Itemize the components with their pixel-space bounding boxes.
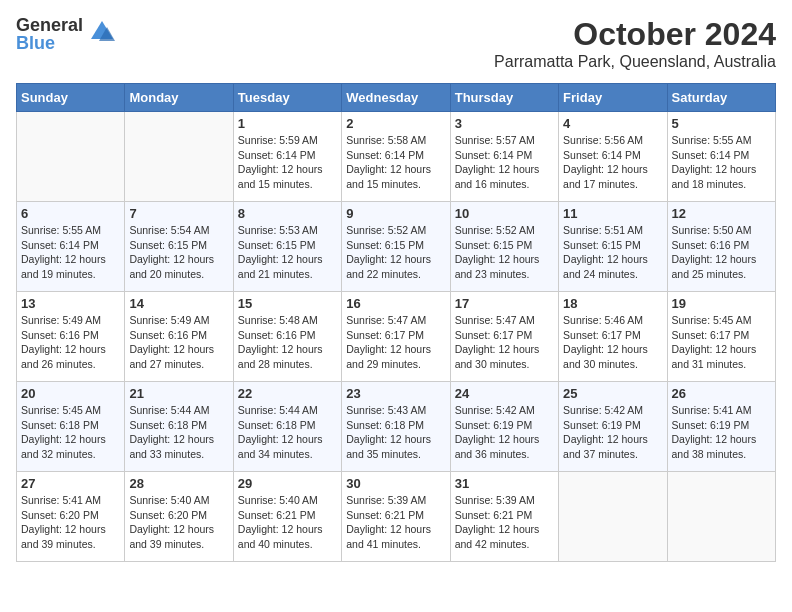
- day-info: Sunrise: 5:44 AM Sunset: 6:18 PM Dayligh…: [129, 403, 228, 462]
- logo: General Blue: [16, 16, 115, 52]
- day-info: Sunrise: 5:59 AM Sunset: 6:14 PM Dayligh…: [238, 133, 337, 192]
- weekday-header: Friday: [559, 84, 667, 112]
- page-subtitle: Parramatta Park, Queensland, Australia: [494, 53, 776, 71]
- day-number: 17: [455, 296, 554, 311]
- calendar-week-row: 13Sunrise: 5:49 AM Sunset: 6:16 PM Dayli…: [17, 292, 776, 382]
- day-number: 21: [129, 386, 228, 401]
- day-number: 29: [238, 476, 337, 491]
- calendar-week-row: 20Sunrise: 5:45 AM Sunset: 6:18 PM Dayli…: [17, 382, 776, 472]
- day-info: Sunrise: 5:41 AM Sunset: 6:20 PM Dayligh…: [21, 493, 120, 552]
- day-info: Sunrise: 5:55 AM Sunset: 6:14 PM Dayligh…: [672, 133, 771, 192]
- day-number: 22: [238, 386, 337, 401]
- calendar-cell: 17Sunrise: 5:47 AM Sunset: 6:17 PM Dayli…: [450, 292, 558, 382]
- calendar-cell: 11Sunrise: 5:51 AM Sunset: 6:15 PM Dayli…: [559, 202, 667, 292]
- calendar-cell: 10Sunrise: 5:52 AM Sunset: 6:15 PM Dayli…: [450, 202, 558, 292]
- day-info: Sunrise: 5:42 AM Sunset: 6:19 PM Dayligh…: [563, 403, 662, 462]
- day-number: 24: [455, 386, 554, 401]
- day-info: Sunrise: 5:52 AM Sunset: 6:15 PM Dayligh…: [455, 223, 554, 282]
- calendar-cell: 18Sunrise: 5:46 AM Sunset: 6:17 PM Dayli…: [559, 292, 667, 382]
- weekday-header-row: SundayMondayTuesdayWednesdayThursdayFrid…: [17, 84, 776, 112]
- day-number: 31: [455, 476, 554, 491]
- calendar-week-row: 27Sunrise: 5:41 AM Sunset: 6:20 PM Dayli…: [17, 472, 776, 562]
- weekday-header: Sunday: [17, 84, 125, 112]
- calendar-cell: 6Sunrise: 5:55 AM Sunset: 6:14 PM Daylig…: [17, 202, 125, 292]
- calendar-cell: 2Sunrise: 5:58 AM Sunset: 6:14 PM Daylig…: [342, 112, 450, 202]
- day-number: 12: [672, 206, 771, 221]
- day-info: Sunrise: 5:52 AM Sunset: 6:15 PM Dayligh…: [346, 223, 445, 282]
- day-number: 7: [129, 206, 228, 221]
- weekday-header: Tuesday: [233, 84, 341, 112]
- day-number: 23: [346, 386, 445, 401]
- page-header: General Blue October 2024 Parramatta Par…: [16, 16, 776, 71]
- day-info: Sunrise: 5:51 AM Sunset: 6:15 PM Dayligh…: [563, 223, 662, 282]
- calendar-cell: 25Sunrise: 5:42 AM Sunset: 6:19 PM Dayli…: [559, 382, 667, 472]
- calendar-cell: 28Sunrise: 5:40 AM Sunset: 6:20 PM Dayli…: [125, 472, 233, 562]
- day-number: 2: [346, 116, 445, 131]
- day-number: 10: [455, 206, 554, 221]
- calendar-cell: 12Sunrise: 5:50 AM Sunset: 6:16 PM Dayli…: [667, 202, 775, 292]
- calendar-cell: 20Sunrise: 5:45 AM Sunset: 6:18 PM Dayli…: [17, 382, 125, 472]
- calendar-cell: 23Sunrise: 5:43 AM Sunset: 6:18 PM Dayli…: [342, 382, 450, 472]
- day-info: Sunrise: 5:44 AM Sunset: 6:18 PM Dayligh…: [238, 403, 337, 462]
- day-info: Sunrise: 5:50 AM Sunset: 6:16 PM Dayligh…: [672, 223, 771, 282]
- calendar-cell: 29Sunrise: 5:40 AM Sunset: 6:21 PM Dayli…: [233, 472, 341, 562]
- calendar-cell: 15Sunrise: 5:48 AM Sunset: 6:16 PM Dayli…: [233, 292, 341, 382]
- day-info: Sunrise: 5:40 AM Sunset: 6:20 PM Dayligh…: [129, 493, 228, 552]
- calendar-cell: 3Sunrise: 5:57 AM Sunset: 6:14 PM Daylig…: [450, 112, 558, 202]
- calendar-table: SundayMondayTuesdayWednesdayThursdayFrid…: [16, 83, 776, 562]
- day-info: Sunrise: 5:47 AM Sunset: 6:17 PM Dayligh…: [455, 313, 554, 372]
- day-info: Sunrise: 5:49 AM Sunset: 6:16 PM Dayligh…: [21, 313, 120, 372]
- calendar-cell: 24Sunrise: 5:42 AM Sunset: 6:19 PM Dayli…: [450, 382, 558, 472]
- weekday-header: Saturday: [667, 84, 775, 112]
- day-number: 14: [129, 296, 228, 311]
- day-number: 9: [346, 206, 445, 221]
- day-info: Sunrise: 5:48 AM Sunset: 6:16 PM Dayligh…: [238, 313, 337, 372]
- day-info: Sunrise: 5:39 AM Sunset: 6:21 PM Dayligh…: [455, 493, 554, 552]
- calendar-cell: 5Sunrise: 5:55 AM Sunset: 6:14 PM Daylig…: [667, 112, 775, 202]
- day-info: Sunrise: 5:58 AM Sunset: 6:14 PM Dayligh…: [346, 133, 445, 192]
- calendar-week-row: 1Sunrise: 5:59 AM Sunset: 6:14 PM Daylig…: [17, 112, 776, 202]
- calendar-cell: [125, 112, 233, 202]
- calendar-cell: 16Sunrise: 5:47 AM Sunset: 6:17 PM Dayli…: [342, 292, 450, 382]
- day-number: 15: [238, 296, 337, 311]
- day-number: 11: [563, 206, 662, 221]
- day-number: 30: [346, 476, 445, 491]
- day-number: 6: [21, 206, 120, 221]
- calendar-cell: 27Sunrise: 5:41 AM Sunset: 6:20 PM Dayli…: [17, 472, 125, 562]
- weekday-header: Wednesday: [342, 84, 450, 112]
- calendar-cell: 1Sunrise: 5:59 AM Sunset: 6:14 PM Daylig…: [233, 112, 341, 202]
- day-number: 3: [455, 116, 554, 131]
- calendar-cell: 30Sunrise: 5:39 AM Sunset: 6:21 PM Dayli…: [342, 472, 450, 562]
- title-block: October 2024 Parramatta Park, Queensland…: [494, 16, 776, 71]
- day-number: 5: [672, 116, 771, 131]
- day-number: 16: [346, 296, 445, 311]
- day-number: 20: [21, 386, 120, 401]
- day-info: Sunrise: 5:54 AM Sunset: 6:15 PM Dayligh…: [129, 223, 228, 282]
- calendar-cell: 31Sunrise: 5:39 AM Sunset: 6:21 PM Dayli…: [450, 472, 558, 562]
- day-number: 27: [21, 476, 120, 491]
- day-number: 4: [563, 116, 662, 131]
- calendar-week-row: 6Sunrise: 5:55 AM Sunset: 6:14 PM Daylig…: [17, 202, 776, 292]
- day-number: 8: [238, 206, 337, 221]
- calendar-cell: 21Sunrise: 5:44 AM Sunset: 6:18 PM Dayli…: [125, 382, 233, 472]
- day-info: Sunrise: 5:47 AM Sunset: 6:17 PM Dayligh…: [346, 313, 445, 372]
- logo-blue: Blue: [16, 34, 83, 52]
- day-info: Sunrise: 5:57 AM Sunset: 6:14 PM Dayligh…: [455, 133, 554, 192]
- page-title: October 2024: [494, 16, 776, 53]
- day-number: 26: [672, 386, 771, 401]
- calendar-cell: 26Sunrise: 5:41 AM Sunset: 6:19 PM Dayli…: [667, 382, 775, 472]
- calendar-cell: [667, 472, 775, 562]
- day-info: Sunrise: 5:55 AM Sunset: 6:14 PM Dayligh…: [21, 223, 120, 282]
- day-info: Sunrise: 5:46 AM Sunset: 6:17 PM Dayligh…: [563, 313, 662, 372]
- day-number: 18: [563, 296, 662, 311]
- day-number: 19: [672, 296, 771, 311]
- calendar-cell: 4Sunrise: 5:56 AM Sunset: 6:14 PM Daylig…: [559, 112, 667, 202]
- day-info: Sunrise: 5:39 AM Sunset: 6:21 PM Dayligh…: [346, 493, 445, 552]
- day-info: Sunrise: 5:49 AM Sunset: 6:16 PM Dayligh…: [129, 313, 228, 372]
- day-info: Sunrise: 5:45 AM Sunset: 6:17 PM Dayligh…: [672, 313, 771, 372]
- calendar-cell: 8Sunrise: 5:53 AM Sunset: 6:15 PM Daylig…: [233, 202, 341, 292]
- day-number: 25: [563, 386, 662, 401]
- calendar-cell: 13Sunrise: 5:49 AM Sunset: 6:16 PM Dayli…: [17, 292, 125, 382]
- logo-icon: [89, 19, 115, 49]
- day-number: 28: [129, 476, 228, 491]
